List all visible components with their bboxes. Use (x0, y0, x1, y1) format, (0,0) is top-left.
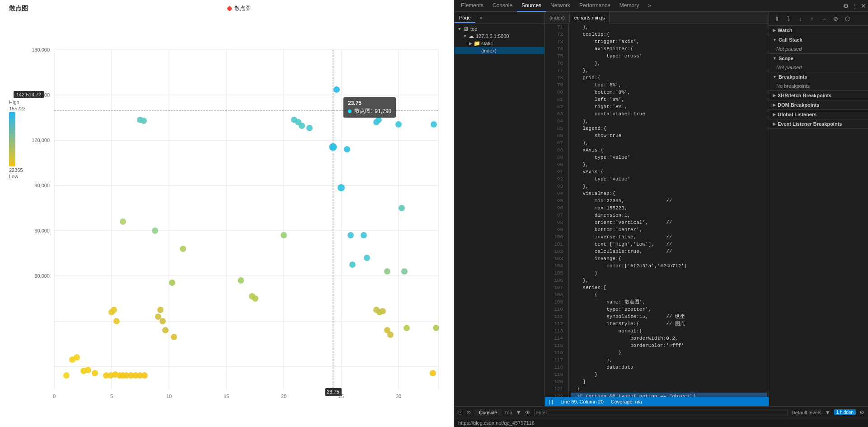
code-line-102[interactable]: calculable:true, // (571, 248, 767, 255)
code-line-71[interactable]: }, (571, 24, 767, 31)
vm-bar[interactable] (9, 112, 18, 166)
tree-item-static[interactable]: ▶ 📁 static (455, 40, 544, 47)
tab-elements[interactable]: Elements (456, 0, 488, 12)
code-line-105[interactable]: } (571, 270, 767, 277)
code-line-97[interactable]: dimension:1, (571, 212, 767, 219)
code-line-108[interactable]: { (571, 291, 767, 299)
code-line-78[interactable]: grid:{ (571, 74, 767, 81)
visual-map[interactable]: High 155223 22365 Low (9, 100, 26, 179)
code-line-120[interactable]: ] (571, 378, 767, 385)
code-line-114[interactable]: borderWidth:0.2, (571, 335, 767, 342)
editor-tab-index[interactable]: (index) (545, 12, 570, 24)
code-line-76[interactable]: }, (571, 60, 767, 67)
code-line-93[interactable]: }, (571, 183, 767, 190)
console-tab[interactable]: Console (474, 409, 502, 416)
code-line-82[interactable]: right:'8%', (571, 103, 767, 110)
code-line-109[interactable]: name:'散点图', (571, 299, 767, 306)
default-levels[interactable]: Default levels (792, 410, 821, 415)
code-line-91[interactable]: yAxis:{ (571, 168, 767, 176)
code-line-112[interactable]: itemStyle:{ // 图点 (571, 320, 767, 327)
console-filter[interactable] (534, 409, 788, 416)
editor-tab-echarts[interactable]: echarts.min.js (570, 12, 610, 24)
editor-content[interactable]: 7172737475767778798081828384858687888990… (545, 24, 769, 397)
code-line-92[interactable]: type:'value' (571, 176, 767, 183)
close-icon[interactable]: ✕ (861, 2, 866, 9)
btn-step-over[interactable]: ⤵ (784, 14, 793, 24)
code-line-72[interactable]: tooltip:{ (571, 31, 767, 38)
section-dom-header[interactable]: ▶ DOM Breakpoints (769, 100, 868, 109)
code-line-106[interactable]: }, (571, 277, 767, 284)
code-line-99[interactable]: bottom:'center', (571, 226, 767, 233)
btn-step-out[interactable]: ↑ (807, 14, 817, 24)
more-icon[interactable]: ⋮ (852, 2, 858, 9)
code-line-90[interactable]: }, (571, 161, 767, 168)
code-line-85[interactable]: legend:{ (571, 125, 767, 132)
section-watch-header[interactable]: ▶ Watch (769, 26, 868, 35)
code-line-107[interactable]: series:[ (571, 284, 767, 291)
code-line-88[interactable]: xAxis:{ (571, 147, 767, 154)
code-line-104[interactable]: color:['#f2c31a','#24b7f2'] (571, 262, 767, 270)
code-line-119[interactable]: } (571, 371, 767, 378)
tab-console[interactable]: Console (488, 0, 517, 12)
code-line-111[interactable]: symbolSize:15, // 纵坐 (571, 313, 767, 320)
code-line-110[interactable]: type:'scatter', (571, 306, 767, 313)
code-line-79[interactable]: top:'8%', (571, 81, 767, 89)
tab-more[interactable]: » (643, 0, 656, 12)
section-scope-header[interactable]: ▼ Scope (769, 54, 868, 63)
code-line-89[interactable]: type:'value' (571, 154, 767, 161)
section-event-header[interactable]: ▶ Event Listener Breakpoints (769, 119, 868, 128)
btn-step-into[interactable]: ↓ (795, 14, 805, 24)
settings-console-icon[interactable]: ⚙ (859, 409, 864, 416)
console-context: top (505, 410, 512, 415)
code-line-84[interactable]: }, (571, 118, 767, 125)
section-breakpoints-header[interactable]: ▼ Breakpoints (769, 72, 868, 81)
tab-sources[interactable]: Sources (517, 0, 546, 12)
devtools-bottom-icon2[interactable]: ⊙ (466, 409, 471, 416)
tree-item-index[interactable]: (index) (455, 47, 544, 54)
code-line-81[interactable]: left:'8%', (571, 96, 767, 103)
code-line-94[interactable]: visualMap:{ (571, 190, 767, 197)
code-line-115[interactable]: borderColor:'#fff' (571, 342, 767, 349)
tab-network[interactable]: Network (546, 0, 575, 12)
code-lines[interactable]: }, tooltip:{ trigger:'axis', axisPointer… (569, 24, 769, 397)
tree-item-server[interactable]: ▼ ☁ 127.0.0.1:5000 (455, 33, 544, 40)
code-line-95[interactable]: min:22365, // (571, 197, 767, 204)
code-line-122[interactable]: if (option && typeof option == "object") (571, 393, 767, 397)
code-line-87[interactable]: }, (571, 139, 767, 147)
tab-performance[interactable]: Performance (575, 0, 615, 12)
code-line-77[interactable]: }, (571, 67, 767, 74)
code-line-117[interactable]: }, (571, 356, 767, 364)
code-line-103[interactable]: inRange:{ (571, 255, 767, 262)
code-line-100[interactable]: inverse:false, // (571, 233, 767, 241)
section-global-header[interactable]: ▶ Global Listeners (769, 110, 868, 119)
code-line-73[interactable]: trigger:'axis', (571, 38, 767, 45)
btn-pause[interactable]: ⏸ (772, 14, 782, 24)
code-line-86[interactable]: show:true (571, 132, 767, 139)
code-line-121[interactable]: } (571, 385, 767, 393)
code-line-96[interactable]: max:155223, (571, 204, 767, 212)
code-line-83[interactable]: containLabel:true (571, 110, 767, 118)
eye-icon[interactable]: 👁 (525, 409, 530, 416)
tab-memory[interactable]: Memory (615, 0, 643, 12)
tab-more-sources[interactable]: » (475, 12, 487, 23)
chart-svg[interactable]: 180,000 150,000 120,000 90,000 60,000 30… (0, 14, 454, 425)
section-xhr-header[interactable]: ▶ XHR/fetch Breakpoints (769, 91, 868, 100)
btn-no-pause[interactable]: ⬡ (842, 14, 852, 24)
section-callstack-header[interactable]: ▼ Call Stack (769, 35, 868, 44)
code-line-74[interactable]: axisPointer:{ (571, 45, 767, 52)
code-line-118[interactable]: data:data (571, 364, 767, 371)
code-line-101[interactable]: text:['High','Low'], // (571, 241, 767, 248)
tab-page[interactable]: Page (455, 12, 475, 23)
settings-icon[interactable]: ⚙ (843, 2, 849, 9)
code-line-98[interactable]: orient:'vertical', // (571, 219, 767, 226)
code-line-116[interactable]: } (571, 349, 767, 356)
svg-point-74 (349, 261, 356, 268)
tree-item-top[interactable]: ▼ 🖥 top (455, 25, 544, 33)
code-line-113[interactable]: normal:{ (571, 327, 767, 335)
btn-deactivate[interactable]: ⊘ (830, 14, 840, 24)
code-line-80[interactable]: bottom:'8%', (571, 89, 767, 96)
levels-arrow[interactable]: ▼ (825, 409, 830, 416)
devtools-bottom-icon[interactable]: ⊡ (458, 409, 463, 416)
btn-step[interactable]: → (819, 14, 829, 24)
code-line-75[interactable]: type:'cross' (571, 52, 767, 60)
